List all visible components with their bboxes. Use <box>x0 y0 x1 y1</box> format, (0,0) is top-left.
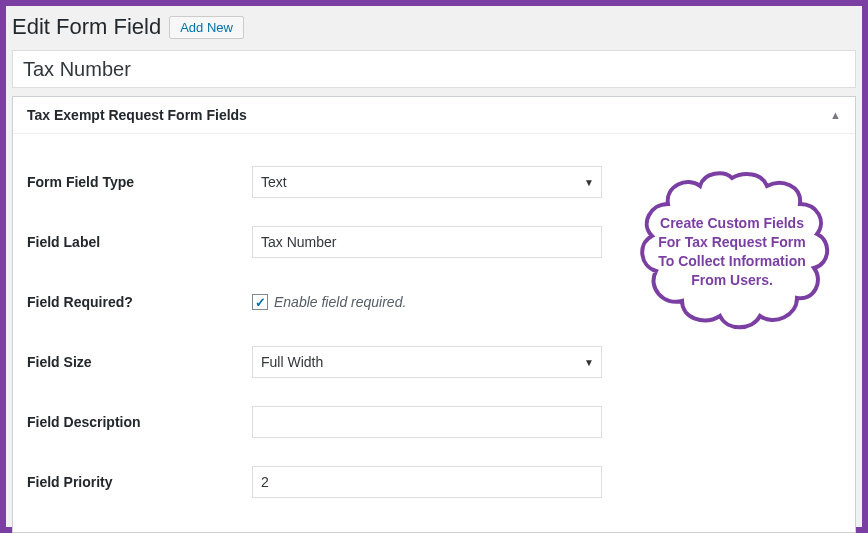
label-field-description: Field Description <box>27 414 252 430</box>
label-field-type: Form Field Type <box>27 174 252 190</box>
collapse-icon[interactable]: ▲ <box>830 109 841 121</box>
checkbox-label-field-required: Enable field required. <box>274 294 406 310</box>
input-field-label[interactable] <box>252 226 602 258</box>
page-header: Edit Form Field Add New <box>6 6 862 50</box>
input-field-description[interactable] <box>252 406 602 438</box>
select-field-type[interactable]: Text <box>252 166 602 198</box>
field-title-input[interactable] <box>12 50 856 88</box>
add-new-button[interactable]: Add New <box>169 16 244 39</box>
checkbox-field-required[interactable]: ✓ <box>252 294 268 310</box>
row-field-size: Field Size Full Width ▼ <box>13 332 855 392</box>
label-field-required: Field Required? <box>27 294 252 310</box>
label-field-size: Field Size <box>27 354 252 370</box>
label-field-label: Field Label <box>27 234 252 250</box>
app-frame: Edit Form Field Add New Tax Exempt Reque… <box>0 0 868 533</box>
info-callout-cloud: Create Custom Fields For Tax Request For… <box>632 166 832 336</box>
label-field-priority: Field Priority <box>27 474 252 490</box>
callout-text: Create Custom Fields For Tax Request For… <box>652 214 812 290</box>
row-field-priority: Field Priority <box>13 452 855 512</box>
select-field-size[interactable]: Full Width <box>252 346 602 378</box>
metabox-header[interactable]: Tax Exempt Request Form Fields ▲ <box>13 97 855 134</box>
input-field-priority[interactable] <box>252 466 602 498</box>
row-field-description: Field Description <box>13 392 855 452</box>
title-row <box>6 50 862 96</box>
page-title: Edit Form Field <box>12 14 161 40</box>
check-icon: ✓ <box>255 296 266 309</box>
metabox-title: Tax Exempt Request Form Fields <box>27 107 247 123</box>
